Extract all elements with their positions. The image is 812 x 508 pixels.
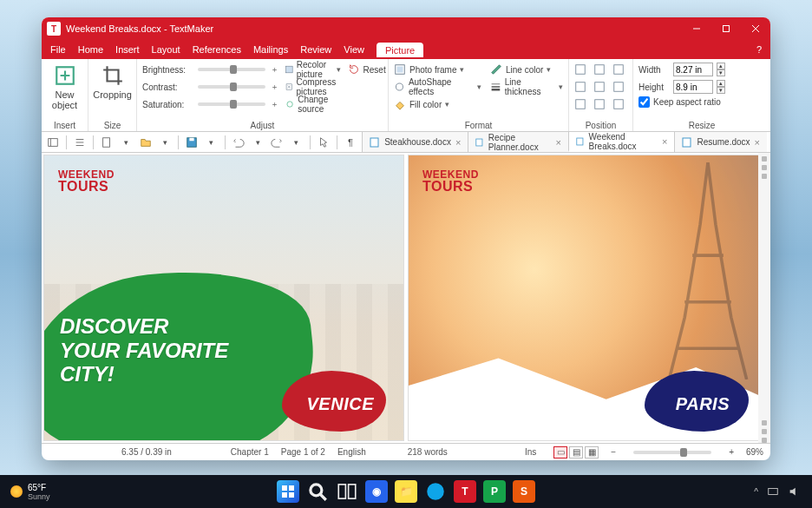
open-button[interactable] xyxy=(138,134,154,151)
reset-button[interactable]: Reset xyxy=(348,62,386,77)
position-btn[interactable] xyxy=(612,96,630,112)
brand-logo: WEEKEND TOURS xyxy=(422,169,479,194)
zoom-level[interactable]: 69% xyxy=(746,447,763,457)
contrast-slider[interactable] xyxy=(198,85,265,89)
tab-close-button[interactable]: × xyxy=(662,136,667,147)
minimize-button[interactable] xyxy=(682,17,711,40)
line-thickness-button[interactable]: Line thickness▾ xyxy=(490,79,563,95)
dropdown-icon[interactable]: ▾ xyxy=(250,134,265,151)
toggle-sidebar-button[interactable] xyxy=(45,134,61,151)
page-2[interactable]: WEEKEND TOURS PARIS xyxy=(408,155,769,441)
align-button[interactable] xyxy=(72,134,88,151)
app-icon: T xyxy=(47,22,61,36)
new-object-button[interactable]: New object xyxy=(47,62,82,113)
svg-rect-43 xyxy=(349,485,356,498)
zoom-out-button[interactable]: − xyxy=(611,447,616,457)
saturation-slider[interactable] xyxy=(198,102,265,106)
compress-button[interactable]: Compress pictures xyxy=(285,79,341,95)
view-mode-button[interactable]: ▭ xyxy=(553,446,567,459)
width-input[interactable] xyxy=(673,63,713,76)
position-btn[interactable] xyxy=(612,62,630,77)
line-color-button[interactable]: Line color▾ xyxy=(490,62,563,77)
plus-icon[interactable]: ＋ xyxy=(271,64,278,76)
plus-icon[interactable]: ＋ xyxy=(271,99,278,110)
doc-tab[interactable]: Recipe Planner.docx × xyxy=(468,132,568,152)
autoshape-icon xyxy=(394,81,405,93)
save-button[interactable] xyxy=(184,134,200,151)
planmaker-taskbar[interactable]: P xyxy=(483,480,506,503)
position-btn[interactable] xyxy=(612,79,630,95)
presentations-taskbar[interactable]: S xyxy=(513,480,535,503)
menu-references[interactable]: References xyxy=(193,43,241,56)
pilcrow-button[interactable]: ¶ xyxy=(343,134,358,151)
volume-icon[interactable] xyxy=(788,485,800,498)
view-mode-button[interactable]: ▦ xyxy=(585,446,599,459)
brightness-slider[interactable] xyxy=(198,68,265,71)
search-button[interactable] xyxy=(306,480,329,503)
view-mode-button[interactable]: ▤ xyxy=(569,446,583,459)
spin-up[interactable]: ▴ xyxy=(717,63,725,69)
help-button[interactable]: ? xyxy=(756,43,762,56)
menu-file[interactable]: File xyxy=(50,43,66,56)
tray-expand-button[interactable]: ^ xyxy=(754,487,758,497)
start-button[interactable] xyxy=(277,480,299,503)
dropdown-icon[interactable]: ▾ xyxy=(289,134,304,151)
undo-button[interactable] xyxy=(231,134,246,151)
position-btn[interactable] xyxy=(593,62,611,77)
pointer-button[interactable] xyxy=(316,134,331,151)
spin-down[interactable]: ▾ xyxy=(717,87,725,94)
position-btn[interactable] xyxy=(574,62,592,77)
dropdown-icon[interactable]: ▾ xyxy=(204,134,219,151)
dropdown-icon[interactable]: ▾ xyxy=(119,134,134,151)
zoom-in-button[interactable]: + xyxy=(729,447,734,457)
photo-frame-button[interactable]: Photo frame▾ xyxy=(394,62,481,77)
menu-picture[interactable]: Picture xyxy=(377,43,423,57)
doc-tab-label: Recipe Planner.docx xyxy=(488,133,552,152)
menu-insert[interactable]: Insert xyxy=(115,43,140,56)
vertical-scrollbar[interactable] xyxy=(758,153,770,443)
tab-close-button[interactable]: × xyxy=(455,137,461,148)
height-input[interactable] xyxy=(673,80,713,94)
status-insert-mode[interactable]: Ins xyxy=(525,447,536,457)
file-explorer-button[interactable]: 📁 xyxy=(395,480,417,503)
cropping-button[interactable]: Cropping xyxy=(94,62,131,102)
autoshape-button[interactable]: AutoShape effects▾ xyxy=(394,79,481,95)
page-1[interactable]: WEEKEND TOURS DISCOVERYOUR FAVORITECITY!… xyxy=(43,155,404,441)
ribbon-group-adjust: Brightness:＋ Contrast:＋ Saturation:＋ Rec… xyxy=(137,59,389,131)
tab-close-button[interactable]: × xyxy=(556,137,561,148)
taskbar-app[interactable]: ◉ xyxy=(365,480,388,503)
plus-icon[interactable]: ＋ xyxy=(271,82,278,93)
position-btn[interactable] xyxy=(593,79,611,95)
recolor-button[interactable]: Recolor picture▾ xyxy=(285,62,341,77)
dropdown-icon[interactable]: ▾ xyxy=(157,134,173,151)
menu-view[interactable]: View xyxy=(344,43,364,56)
doc-tab[interactable]: Steakhouse.docx × xyxy=(362,132,468,152)
tab-close-button[interactable]: × xyxy=(755,137,760,148)
spin-up[interactable]: ▴ xyxy=(717,80,725,87)
position-btn[interactable] xyxy=(574,79,592,95)
doc-tab-active[interactable]: Weekend Breaks.docx × xyxy=(568,132,674,152)
status-language[interactable]: English xyxy=(337,447,366,457)
new-doc-button[interactable] xyxy=(99,134,115,151)
menu-mailings[interactable]: Mailings xyxy=(253,43,288,56)
redo-button[interactable] xyxy=(269,134,285,151)
menu-home[interactable]: Home xyxy=(78,43,103,56)
taskbar-weather[interactable]: 65°F Sunny xyxy=(0,483,50,501)
task-view-button[interactable] xyxy=(336,480,358,503)
menu-layout[interactable]: Layout xyxy=(152,43,180,56)
position-btn[interactable] xyxy=(574,96,592,112)
position-btn[interactable] xyxy=(593,96,611,112)
spin-down[interactable]: ▾ xyxy=(717,69,725,76)
network-icon[interactable] xyxy=(767,485,779,498)
fill-color-button[interactable]: Fill color▾ xyxy=(394,96,481,112)
keep-aspect-checkbox[interactable]: Keep aspect ratio xyxy=(638,96,765,108)
close-button[interactable] xyxy=(741,17,770,40)
menu-review[interactable]: Review xyxy=(300,43,331,56)
textmaker-taskbar[interactable]: T xyxy=(454,480,476,503)
maximize-button[interactable] xyxy=(711,17,741,40)
status-wordcount: 218 words xyxy=(408,447,448,457)
edge-button[interactable] xyxy=(424,480,447,503)
zoom-slider[interactable] xyxy=(633,451,711,454)
change-source-button[interactable]: Change source xyxy=(285,96,341,112)
doc-tab[interactable]: Resume.docx × xyxy=(674,132,767,152)
